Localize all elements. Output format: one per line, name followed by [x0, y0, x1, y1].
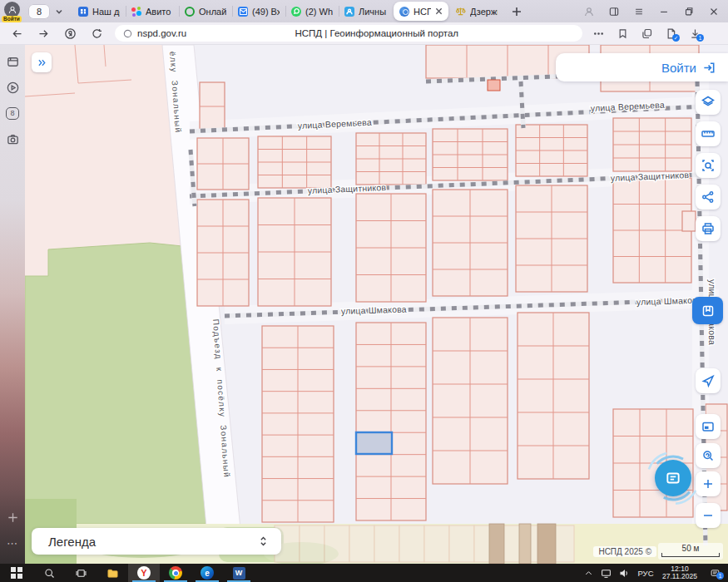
support-chat-button[interactable]	[655, 460, 691, 496]
sidebar-panels-button[interactable]	[3, 52, 22, 71]
profile-button[interactable]: Войти	[0, 0, 25, 22]
refresh-button[interactable]	[87, 24, 106, 42]
taskbar-edge[interactable]: e	[191, 564, 223, 582]
address-bar-actions: ✓ 1	[589, 24, 704, 42]
browser-user-button[interactable]	[578, 2, 600, 21]
parcel-block[interactable]	[262, 326, 334, 522]
language-indicator[interactable]: РУС	[633, 564, 658, 582]
tray-expand-button[interactable]	[580, 564, 597, 582]
print-tool-button[interactable]	[696, 216, 721, 241]
more-actions-button[interactable]	[589, 24, 607, 42]
close-window-button[interactable]	[703, 2, 725, 21]
building-footprint[interactable]	[488, 80, 500, 91]
file-explorer-button[interactable]	[97, 564, 128, 582]
cl ock-date: 27.11.2025	[662, 573, 697, 581]
street-label-shmakova-left: улица Шмакова	[341, 304, 407, 316]
forward-button[interactable]	[33, 24, 53, 42]
parcel-block[interactable]	[258, 198, 331, 306]
tab-dzerzhinsk[interactable]: Дзержин	[450, 0, 503, 22]
taskbar-search-button[interactable]	[33, 564, 65, 582]
yandex-search-button[interactable]	[60, 24, 80, 42]
url-text[interactable]: nspd.gov.ru	[137, 28, 186, 38]
park-area[interactable]	[25, 243, 210, 524]
task-view-icon	[75, 567, 87, 580]
sidebar-add-button[interactable]	[3, 508, 22, 526]
expand-collapse-chevrons-icon[interactable]	[257, 535, 270, 548]
overview-map-button[interactable]	[696, 414, 721, 439]
tab-nash-dom[interactable]: Наш дом	[72, 0, 126, 22]
parcel-area-topleft[interactable]	[25, 45, 182, 276]
parcel-block[interactable]	[197, 138, 249, 190]
tab-list-chevron[interactable]	[52, 5, 66, 18]
parcel-block[interactable]	[518, 313, 589, 479]
back-button[interactable]	[7, 24, 27, 42]
parcel-block[interactable]	[516, 185, 587, 292]
tab-mail[interactable]: (49) Вход	[232, 0, 285, 22]
locate-me-button[interactable]	[696, 368, 721, 393]
taskbar-chrome[interactable]	[160, 564, 191, 582]
parcel-block[interactable]	[516, 125, 587, 176]
taskbar-clock[interactable]: 12:10 27.11.2025	[658, 564, 701, 582]
tab-online[interactable]: Онлайн п	[179, 0, 232, 22]
chrome-icon	[169, 566, 182, 580]
omnibox[interactable]: nspd.gov.ru НСПД | Геоинформационный пор…	[115, 25, 582, 42]
page-translate-button[interactable]: ✓	[661, 24, 680, 42]
parcel-block[interactable]	[356, 133, 426, 185]
site-security-icon[interactable]	[123, 29, 132, 38]
restore-button[interactable]	[678, 2, 700, 21]
tab-counter[interactable]: 8	[28, 4, 50, 19]
parcel-block[interactable]	[682, 211, 696, 231]
layers-tool-button[interactable]	[696, 90, 721, 115]
legend-panel[interactable]: Легенда	[32, 528, 281, 555]
tab-avito[interactable]: Авито —	[126, 0, 179, 22]
plus-icon	[512, 7, 522, 17]
tab-panel-button[interactable]	[603, 2, 625, 21]
yandex-icon	[64, 27, 77, 40]
login-button-label[interactable]: Войти	[661, 61, 696, 75]
login-bar[interactable]: Войти	[556, 53, 728, 81]
tray-volume-icon[interactable]	[615, 564, 633, 582]
taskbar-yandex-browser[interactable]: Y	[128, 564, 160, 582]
parcel-block[interactable]	[356, 194, 426, 302]
selected-parcel[interactable]	[356, 432, 392, 454]
tab-whatsapp[interactable]: (2) Whats	[285, 0, 339, 22]
sidebar-video-button[interactable]	[3, 78, 22, 96]
new-tab-button[interactable]	[508, 2, 526, 21]
zoom-to-area-button[interactable]	[696, 443, 721, 468]
parcel-block[interactable]	[613, 178, 691, 283]
parcel-block[interactable]	[197, 200, 249, 306]
cadastral-map[interactable]: улица Веремьева улица Веремьева улица За…	[25, 45, 728, 564]
measure-tool-button[interactable]	[696, 121, 721, 146]
parcel-block[interactable]	[258, 136, 331, 188]
action-center-button[interactable]: 1	[701, 564, 728, 582]
share-tool-button[interactable]	[696, 185, 721, 210]
downloads-button[interactable]: 1	[686, 24, 704, 42]
expand-panel-button[interactable]	[32, 52, 52, 72]
sidebar-tabs-button[interactable]: 8	[3, 104, 22, 122]
zoom-in-button[interactable]	[696, 471, 721, 496]
browser-menu-button[interactable]	[628, 2, 650, 21]
parcel-block[interactable]	[356, 323, 426, 520]
parcel-block[interactable]	[613, 118, 691, 171]
tab-nspd-active[interactable]: НСПД	[394, 2, 448, 21]
parcel-block[interactable]	[433, 318, 508, 484]
collections-button[interactable]	[637, 24, 656, 42]
sidebar-more-button[interactable]: ⋯	[3, 534, 22, 552]
tab-close-button[interactable]	[435, 7, 443, 17]
parcel-block[interactable]	[433, 129, 508, 180]
area-select-tool-button[interactable]	[696, 153, 721, 178]
bookmark-button[interactable]	[613, 24, 631, 42]
task-view-button[interactable]	[65, 564, 97, 582]
start-button[interactable]	[0, 564, 33, 582]
parcel-block[interactable]	[433, 190, 508, 296]
objects-tool-button-active[interactable]	[692, 297, 723, 324]
tab-lichny-kabinet[interactable]: Личный к	[339, 0, 392, 22]
scale-bar: 50 м	[658, 543, 723, 560]
tray-network-icon[interactable]	[597, 564, 615, 582]
parcel-block[interactable]	[200, 82, 225, 131]
edge-icon: e	[201, 566, 214, 580]
zoom-out-button[interactable]	[696, 503, 721, 528]
taskbar-word[interactable]: W	[223, 564, 255, 582]
sidebar-screenshot-button[interactable]	[3, 130, 22, 148]
minimize-button[interactable]	[653, 2, 675, 21]
